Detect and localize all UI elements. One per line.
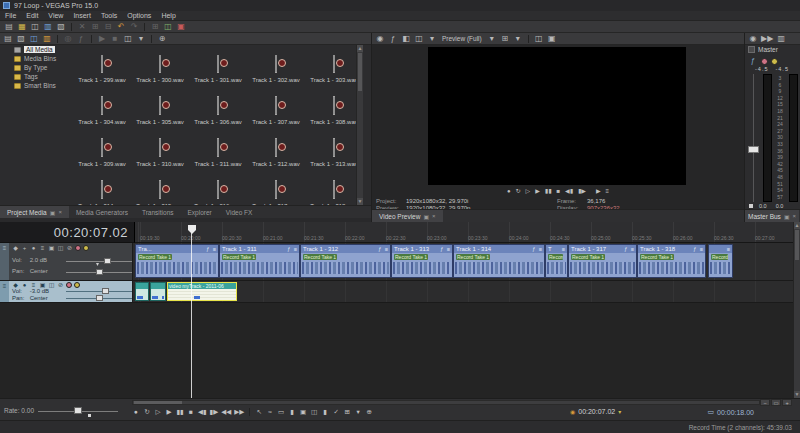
record-button[interactable]: ●	[132, 407, 140, 417]
meters-menu-icon[interactable]: ▥	[776, 34, 786, 44]
tab-video-preview[interactable]: Video Preview ▣ ×	[372, 210, 443, 222]
bus-fx-icon[interactable]: ƒ	[748, 56, 758, 66]
selection-length-field[interactable]: ▭ 00:00:18.00	[707, 408, 754, 416]
volume-slider[interactable]	[66, 291, 132, 292]
audio-event[interactable]: Track 1 - 313ƒ ≡ Record Take 1	[391, 244, 453, 278]
media-file[interactable]: Track 1 - 311.wav	[189, 139, 247, 181]
track-2-events[interactable]: video myTrack - 2011-06	[135, 281, 793, 302]
phase-invert-icon[interactable]: ⊘	[66, 244, 73, 252]
pause-button[interactable]: ▮▮	[176, 407, 184, 417]
arm-record-icon[interactable]: ●	[30, 244, 37, 252]
selected-video-event[interactable]: video myTrack - 2011-06	[167, 282, 237, 301]
tab-project-media[interactable]: Project Media ▣ ×	[0, 206, 69, 218]
loop-playback-button[interactable]: ↻	[516, 187, 521, 196]
preview-quality-icon[interactable]: ◫	[414, 34, 424, 44]
copy-snapshot-icon[interactable]: ◫	[534, 34, 544, 44]
close-icon[interactable]: ×	[432, 213, 436, 219]
media-file[interactable]: Track 1 - 313.wav	[305, 139, 363, 181]
open-project-icon[interactable]: ▦	[17, 22, 27, 32]
volume-slider-handle[interactable]	[102, 288, 109, 294]
audio-event[interactable]: Tra...ƒ ≡ Record Take 1	[135, 244, 219, 278]
media-file[interactable]: Track 1 - 299.wav	[73, 55, 131, 97]
tree-item-by-type[interactable]: By Type	[0, 63, 73, 72]
media-file[interactable]: Track 1 - 301.wav	[189, 55, 247, 97]
play-button[interactable]: ▶	[165, 407, 173, 417]
go-to-end-button[interactable]: ▮▶	[578, 187, 586, 196]
zoom-tool-icon[interactable]: ⊕	[365, 407, 373, 417]
pin-icon[interactable]: ▣	[784, 213, 790, 220]
next-frame-button[interactable]: ▶	[596, 187, 601, 196]
menu-help[interactable]: Help	[156, 12, 180, 19]
audio-event[interactable]: Track 1 - 317ƒ ≡ Record Take 1	[568, 244, 637, 278]
video-event[interactable]	[150, 282, 166, 301]
scrollbar-thumb[interactable]	[134, 401, 182, 404]
enable-snapping-button[interactable]: ✓	[332, 407, 340, 417]
tab-media-generators[interactable]: Media Generators	[69, 206, 135, 218]
track-drag-handle[interactable]: ≡	[0, 281, 9, 302]
volume-slider-handle[interactable]	[104, 258, 111, 264]
menu-tools[interactable]: Tools	[96, 12, 122, 19]
new-project-icon[interactable]: ▤	[4, 22, 14, 32]
video-event[interactable]	[135, 282, 149, 301]
go-to-start-button[interactable]: ◀▮	[565, 187, 573, 196]
external-monitor-icon[interactable]: ◉	[375, 34, 385, 44]
save-project-icon[interactable]: ◫	[30, 22, 40, 32]
auto-ripple-icon[interactable]: ▣	[176, 22, 186, 32]
go-to-end-button[interactable]: ▮▶	[210, 407, 219, 417]
downmix-output-icon[interactable]: ◉	[748, 34, 758, 44]
pan-slider-handle[interactable]	[96, 269, 103, 275]
track-solo-button[interactable]	[74, 282, 80, 288]
media-file[interactable]: Track 1 - 316.wav	[189, 181, 247, 205]
overlays-icon[interactable]: ⊞	[500, 34, 510, 44]
audio-event[interactable]: ≡ Record Take 1	[708, 244, 733, 278]
media-file[interactable]: Track 1 - 310.wav	[131, 139, 189, 181]
record-button[interactable]: ●	[507, 187, 511, 196]
menu-options[interactable]: Options	[122, 12, 156, 19]
media-fx-icon[interactable]: ƒ	[76, 34, 86, 44]
media-file[interactable]: Track 1 - 303.wav	[305, 55, 363, 97]
search-media-icon[interactable]: ⊕	[157, 34, 167, 44]
stop-button[interactable]: ■	[187, 407, 195, 417]
audio-event[interactable]: Track 1 - 318ƒ ≡ Record Take 1	[637, 244, 706, 278]
selection-tool-button[interactable]: ▭	[277, 407, 285, 417]
enable-snapping-icon[interactable]: ⊞	[150, 22, 160, 32]
tab-transitions[interactable]: Transitions	[135, 206, 181, 218]
menu-edit[interactable]: Edit	[21, 12, 43, 19]
zoom-out-button[interactable]: −	[760, 399, 770, 406]
audio-event[interactable]: Track 1 - 312ƒ ≡ Record Take 1	[300, 244, 391, 278]
mute-button[interactable]	[761, 58, 768, 65]
dropdown-icon[interactable]: ▾	[427, 34, 437, 44]
loop-playback-button[interactable]: ↻	[143, 407, 151, 417]
media-file[interactable]: Track 1 - 308.wav	[305, 97, 363, 139]
timeline-empty-area[interactable]	[0, 303, 800, 398]
pause-button[interactable]: ▮▮	[545, 187, 552, 196]
minimize-track-icon[interactable]: ◆	[12, 244, 19, 252]
paste-icon[interactable]: ⊟	[103, 22, 113, 32]
cut-icon[interactable]: ✕	[77, 22, 87, 32]
redo-icon[interactable]: ↷	[129, 22, 139, 32]
media-file[interactable]: Track 1 - 304.wav	[73, 97, 131, 139]
cursor-position-field[interactable]: ◉ 00:20:07.02 ▾	[570, 408, 621, 415]
play-from-start-button[interactable]: ▷	[154, 407, 162, 417]
menu-view[interactable]: View	[43, 12, 68, 19]
start-preview-icon[interactable]: ▶	[97, 34, 107, 44]
volume-slider[interactable]	[66, 261, 132, 262]
media-file[interactable]: Track 1 - 318.wav	[305, 181, 363, 205]
menu-insert[interactable]: Insert	[68, 12, 96, 19]
media-file[interactable]: Track 1 - 317.wav	[247, 181, 305, 205]
tree-item-smart-bins[interactable]: Smart Bins	[0, 81, 73, 90]
scroll-up-icon[interactable]: ▲	[794, 222, 800, 229]
dropdown-icon[interactable]: ▾	[354, 407, 362, 417]
insert-region-icon[interactable]: ◫	[310, 407, 318, 417]
edit-tool-button[interactable]: ↖	[255, 407, 263, 417]
scrollbar-thumb[interactable]	[795, 230, 799, 260]
media-file[interactable]: Track 1 - 300.wav	[131, 55, 189, 97]
insert-marker-icon[interactable]: ▣	[299, 407, 307, 417]
track-mute-button[interactable]	[75, 245, 81, 251]
media-properties-icon[interactable]: ◎	[63, 34, 73, 44]
import-media-icon[interactable]: ▤	[3, 34, 13, 44]
dropdown-icon[interactable]: ▾	[513, 34, 523, 44]
tree-item-media-bins[interactable]: Media Bins	[0, 54, 73, 63]
track-2-header[interactable]: ≡ ◆ ● ≡ ▣ ◫ ⊘ Vol: -3.0 dB	[0, 281, 133, 302]
media-file[interactable]: Track 1 - 314.wav	[73, 181, 131, 205]
